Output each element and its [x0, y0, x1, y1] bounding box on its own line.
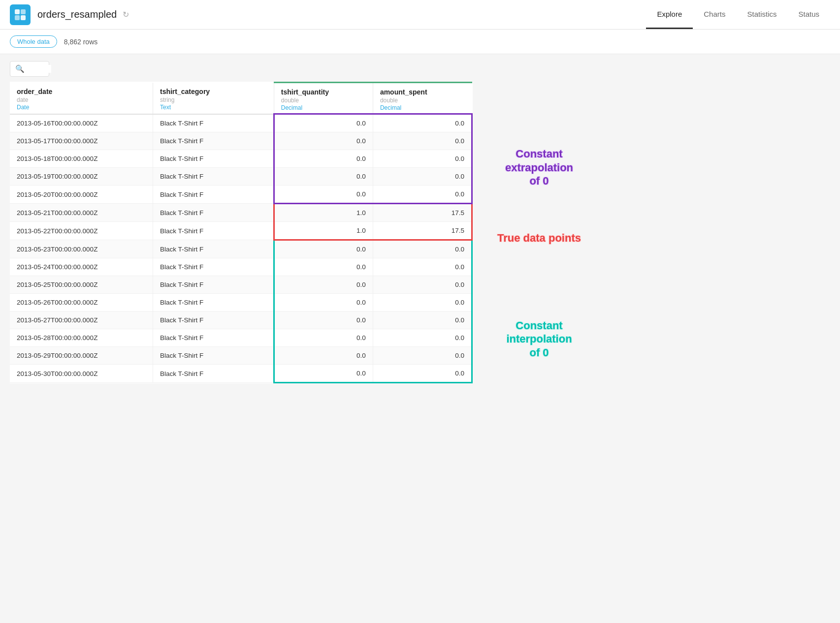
annotation-teal: Constantinterpolationof 0: [478, 258, 601, 420]
col-semantic-order-date: Date: [17, 104, 146, 111]
cell-tshirt-qty: 0.0: [274, 150, 373, 168]
cell-order-date: 2013-05-17T00:00:00.000Z: [10, 132, 153, 150]
col-type-amount-spent: double: [380, 97, 465, 104]
col-type-tshirt-category: string: [160, 96, 267, 103]
cell-tshirt-cat: Black T-Shirt F: [153, 150, 274, 168]
nav-tabs: Explore Charts Statistics Status: [646, 0, 830, 29]
rows-count: 8,862 rows: [64, 38, 97, 46]
cell-order-date: 2013-05-28T00:00:00.000Z: [10, 329, 153, 347]
sync-icon[interactable]: ↻: [123, 10, 129, 19]
table-row: 2013-05-27T00:00:00.000Z Black T-Shirt F…: [10, 312, 472, 329]
cell-amount-spent: 0.0: [373, 312, 472, 329]
cell-tshirt-cat: Black T-Shirt F: [153, 365, 274, 383]
cell-tshirt-cat: Black T-Shirt F: [153, 329, 274, 347]
cell-order-date: 2013-05-27T00:00:00.000Z: [10, 312, 153, 329]
cell-amount-spent: 0.0: [373, 132, 472, 150]
col-header-tshirt-quantity[interactable]: tshirt_quantity double Decimal: [274, 83, 373, 114]
search-icon: 🔍: [15, 64, 25, 73]
tab-status[interactable]: Status: [787, 0, 830, 29]
cell-tshirt-qty: 0.0: [274, 168, 373, 186]
sub-header: Whole data 8,862 rows: [0, 30, 840, 54]
cell-amount-spent: 0.0: [373, 365, 472, 383]
cell-tshirt-cat: Black T-Shirt F: [153, 168, 274, 186]
annotation-red: True data points: [478, 218, 601, 258]
cell-tshirt-cat: Black T-Shirt F: [153, 186, 274, 204]
cell-tshirt-qty: 0.0: [274, 294, 373, 312]
cell-tshirt-qty: 0.0: [274, 312, 373, 329]
cell-amount-spent: 0.0: [373, 347, 472, 365]
table-row: 2013-05-18T00:00:00.000Z Black T-Shirt F…: [10, 150, 472, 168]
cell-tshirt-cat: Black T-Shirt F: [153, 312, 274, 329]
cell-tshirt-cat: Black T-Shirt F: [153, 132, 274, 150]
cell-order-date: 2013-05-24T00:00:00.000Z: [10, 258, 153, 276]
cell-order-date: 2013-05-16T00:00:00.000Z: [10, 114, 153, 132]
cell-order-date: 2013-05-22T00:00:00.000Z: [10, 222, 153, 240]
cell-amount-spent: 17.5: [373, 204, 472, 222]
cell-tshirt-cat: Black T-Shirt F: [153, 114, 274, 132]
cell-order-date: 2013-05-25T00:00:00.000Z: [10, 276, 153, 294]
cell-tshirt-qty: 0.0: [274, 365, 373, 383]
cell-tshirt-qty: 0.0: [274, 329, 373, 347]
col-header-amount-spent[interactable]: amount_spent double Decimal: [373, 83, 472, 114]
cell-tshirt-qty: 1.0: [274, 222, 373, 240]
table-container: order_date date Date tshirt_category str…: [10, 82, 473, 383]
annotation-purple-text: Constantextrapolationof 0: [505, 147, 573, 188]
data-table: order_date date Date tshirt_category str…: [10, 82, 473, 383]
annotation-purple: Constantextrapolationof 0: [478, 117, 601, 218]
cell-order-date: 2013-05-18T00:00:00.000Z: [10, 150, 153, 168]
cell-tshirt-qty: 0.0: [274, 276, 373, 294]
search-bar-row: 🔍: [0, 54, 840, 82]
cell-order-date: 2013-05-21T00:00:00.000Z: [10, 204, 153, 222]
tab-statistics[interactable]: Statistics: [736, 0, 787, 29]
app-header: orders_resampled ↻ Explore Charts Statis…: [0, 0, 840, 30]
cell-tshirt-qty: 0.0: [274, 347, 373, 365]
cell-amount-spent: 0.0: [373, 258, 472, 276]
cell-amount-spent: 0.0: [373, 276, 472, 294]
col-name-tshirt-quantity: tshirt_quantity: [281, 88, 366, 96]
cell-tshirt-cat: Black T-Shirt F: [153, 258, 274, 276]
cell-amount-spent: 17.5: [373, 222, 472, 240]
col-type-order-date: date: [17, 96, 146, 103]
table-row: 2013-05-17T00:00:00.000Z Black T-Shirt F…: [10, 132, 472, 150]
main-content: order_date date Date tshirt_category str…: [0, 82, 840, 430]
cell-tshirt-qty: 0.0: [274, 114, 373, 132]
col-header-order-date[interactable]: order_date date Date: [10, 83, 153, 114]
cell-tshirt-qty: 0.0: [274, 186, 373, 204]
cell-tshirt-cat: Black T-Shirt F: [153, 204, 274, 222]
col-header-tshirt-category[interactable]: tshirt_category string Text: [153, 83, 274, 114]
cell-amount-spent: 0.0: [373, 329, 472, 347]
svg-rect-2: [15, 15, 20, 20]
col-semantic-tshirt-quantity: Decimal: [281, 104, 366, 111]
table-row: 2013-05-23T00:00:00.000Z Black T-Shirt F…: [10, 240, 472, 258]
table-row: 2013-05-26T00:00:00.000Z Black T-Shirt F…: [10, 294, 472, 312]
tab-explore[interactable]: Explore: [646, 0, 693, 29]
cell-tshirt-qty: 0.0: [274, 132, 373, 150]
col-type-tshirt-quantity: double: [281, 97, 366, 104]
cell-tshirt-cat: Black T-Shirt F: [153, 240, 274, 258]
table-row: 2013-05-19T00:00:00.000Z Black T-Shirt F…: [10, 168, 472, 186]
cell-tshirt-cat: Black T-Shirt F: [153, 294, 274, 312]
col-semantic-tshirt-category: Text: [160, 104, 267, 111]
col-name-amount-spent: amount_spent: [380, 88, 465, 96]
cell-tshirt-cat: Black T-Shirt F: [153, 276, 274, 294]
annotations-column: Constantextrapolationof 0 True data poin…: [473, 82, 601, 420]
app-logo: [10, 4, 31, 25]
whole-data-button[interactable]: Whole data: [10, 35, 57, 48]
cell-order-date: 2013-05-26T00:00:00.000Z: [10, 294, 153, 312]
cell-amount-spent: 0.0: [373, 186, 472, 204]
svg-rect-0: [15, 9, 20, 14]
tab-charts[interactable]: Charts: [693, 0, 736, 29]
cell-tshirt-cat: Black T-Shirt F: [153, 347, 274, 365]
cell-tshirt-qty: 1.0: [274, 204, 373, 222]
table-row: 2013-05-24T00:00:00.000Z Black T-Shirt F…: [10, 258, 472, 276]
cell-order-date: 2013-05-29T00:00:00.000Z: [10, 347, 153, 365]
search-input-wrap[interactable]: 🔍: [10, 61, 49, 77]
col-name-order-date: order_date: [17, 88, 146, 95]
search-input[interactable]: [27, 65, 51, 73]
col-semantic-amount-spent: Decimal: [380, 104, 465, 111]
dataset-title: orders_resampled: [37, 9, 117, 20]
annotation-red-text: True data points: [497, 231, 581, 245]
table-row: 2013-05-25T00:00:00.000Z Black T-Shirt F…: [10, 276, 472, 294]
svg-rect-1: [21, 9, 26, 14]
table-row: 2013-05-28T00:00:00.000Z Black T-Shirt F…: [10, 329, 472, 347]
